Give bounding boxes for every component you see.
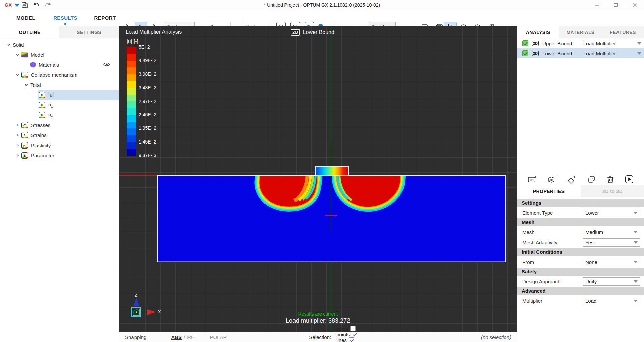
- tab-features[interactable]: FEATURES: [602, 26, 644, 38]
- tab-properties[interactable]: PROPERTIES: [517, 185, 581, 197]
- minimize-button[interactable]: [588, 0, 606, 10]
- vertical-axis-highlight: [331, 140, 331, 231]
- property-row-element-type: Element TypeLower: [517, 208, 644, 217]
- tree-item-label: uy: [48, 112, 53, 118]
- tree-item-plasticity[interactable]: ∫(σ)Plasticity: [0, 140, 119, 150]
- legend-tick-label: 2.46E- 2: [139, 112, 156, 117]
- legend-band: [127, 128, 136, 135]
- viewport-canvas[interactable]: Load Multiplier Analysis 2D Lower Bound …: [119, 26, 517, 332]
- delete-analysis-icon[interactable]: [606, 175, 615, 184]
- snapping-label[interactable]: Snapping: [125, 334, 146, 340]
- clone-analysis-icon[interactable]: [587, 175, 596, 184]
- property-label: From: [522, 259, 583, 265]
- analysis-type-dropdown[interactable]: Load Multiplier: [582, 40, 644, 47]
- ribbon-bar: MODELRESULTSREPORT Total: [0, 10, 644, 26]
- chevron-right-icon[interactable]: [14, 133, 21, 137]
- voids-checkbox[interactable]: [350, 326, 356, 331]
- tree-item-strains[interactable]: εStrains: [0, 130, 119, 140]
- x-axis-arrow-icon: [147, 309, 156, 315]
- rel-toggle[interactable]: REL: [187, 334, 197, 340]
- property-row-mesh: MeshMedium: [517, 227, 644, 237]
- legend-band: [127, 142, 136, 149]
- property-value-dropdown[interactable]: Load: [583, 297, 640, 305]
- chevron-down-icon: [634, 280, 638, 283]
- points-checkbox[interactable]: [352, 332, 357, 337]
- chevron-right-icon[interactable]: [14, 144, 21, 147]
- legend-band: [127, 149, 136, 156]
- chevron-down-icon[interactable]: [14, 73, 21, 77]
- result-sigma-icon: σ: [21, 122, 28, 128]
- outline-panel: OUTLINESETTINGS SolidModelMaterialsuColl…: [0, 26, 119, 342]
- tree-item-u[interactable]: u|u|: [0, 90, 119, 100]
- close-button[interactable]: [625, 0, 644, 10]
- chevron-down-icon[interactable]: [14, 53, 21, 57]
- analysis-row-upper-bound[interactable]: 2DUpper BoundLoad Multiplier: [517, 38, 644, 48]
- result-u-icon: u: [39, 102, 45, 108]
- legend-tick-label: 1.95E- 2: [139, 125, 156, 131]
- run-analysis-icon[interactable]: [625, 175, 634, 184]
- chevron-right-icon[interactable]: [14, 123, 21, 127]
- tab-materials[interactable]: MATERIALS: [559, 26, 601, 38]
- left-panel-tabs: OUTLINESETTINGS: [0, 26, 119, 38]
- tree-item-ux[interactable]: uux: [0, 100, 119, 110]
- property-section-settings: Settings: [517, 199, 644, 207]
- tree-item-uy[interactable]: uuy: [0, 110, 119, 120]
- tree-item-stresses[interactable]: σStresses: [0, 120, 119, 130]
- main-tabs: MODELRESULTSREPORT: [6, 10, 125, 26]
- chevron-down-icon: [634, 241, 638, 244]
- result-parameter-icon: E: [21, 152, 28, 159]
- property-row-design-approach: Design ApproachUnity: [517, 277, 644, 286]
- new-3d-analysis-icon[interactable]: 3D: [547, 175, 557, 184]
- polar-toggle[interactable]: POLAR: [210, 334, 227, 340]
- chevron-right-icon[interactable]: [14, 154, 21, 157]
- tree-item-collapsemechanism[interactable]: uCollapse mechanism: [0, 70, 119, 80]
- property-row-multiplier: MultiplierLoad: [517, 296, 644, 305]
- properties-grid: SettingsElement TypeLowerMeshMeshMediumM…: [517, 199, 644, 306]
- analysis-type-dropdown[interactable]: Load Multiplier: [582, 50, 644, 57]
- maximize-button[interactable]: [606, 0, 625, 10]
- legend-band: [127, 61, 136, 67]
- tree-item-total[interactable]: Total: [0, 80, 119, 90]
- property-value-dropdown[interactable]: Medium: [583, 228, 640, 236]
- property-section-safety: Safety: [517, 268, 644, 276]
- chevron-down-icon: [634, 261, 638, 263]
- chevron-down-icon[interactable]: [5, 43, 12, 47]
- tab-outline[interactable]: OUTLINE: [0, 26, 59, 38]
- legend-tick-label: 4.49E- 2: [139, 58, 156, 63]
- abs-toggle[interactable]: ABS: [171, 334, 182, 340]
- visibility-eye-icon[interactable]: [103, 62, 110, 68]
- tree-item-label: Plasticity: [31, 142, 51, 148]
- axis-triad: Z X Y: [129, 293, 169, 323]
- analysis-name: Upper Bound: [542, 41, 578, 46]
- right-panel-tabs: ANALYSISMATERIALSFEATURES: [517, 26, 644, 38]
- result-u-icon: u: [21, 72, 28, 78]
- analysis-checkbox[interactable]: [522, 40, 528, 46]
- legend-tick-label: 5E- 2: [139, 44, 150, 50]
- main-tab-report[interactable]: REPORT: [85, 10, 125, 26]
- analysis-checkbox[interactable]: [522, 50, 528, 56]
- tree-item-label: Collapse mechanism: [31, 72, 77, 78]
- tree-item-parameter[interactable]: EParameter: [0, 150, 119, 160]
- results-status-text: Results are current: [251, 311, 385, 317]
- new-2d-analysis-icon[interactable]: 2D: [527, 175, 537, 184]
- property-value-dropdown[interactable]: None: [583, 258, 640, 266]
- tab-settings[interactable]: SETTINGS: [59, 26, 119, 38]
- tab-2d-to-3d[interactable]: 2D to 3D: [581, 185, 644, 197]
- main-tab-results[interactable]: RESULTS: [46, 10, 85, 26]
- property-value-dropdown[interactable]: Lower: [583, 209, 640, 217]
- tab-analysis[interactable]: ANALYSIS: [517, 26, 559, 38]
- analysis-row-lower-bound[interactable]: 2DLower BoundLoad Multiplier: [517, 48, 644, 58]
- property-value-dropdown[interactable]: Unity: [583, 277, 640, 286]
- tree-item-model[interactable]: Model: [0, 50, 119, 60]
- main-tab-model[interactable]: MODEL: [6, 10, 46, 26]
- new-stage-icon[interactable]: [567, 175, 577, 184]
- status-bar: Snapping ABS / REL POLAR Selection: void…: [119, 332, 517, 342]
- property-value-dropdown[interactable]: Yes: [583, 238, 640, 247]
- legend-band: [127, 74, 136, 81]
- property-row-from: FromNone: [517, 257, 644, 267]
- chevron-down-icon[interactable]: [23, 83, 30, 87]
- filter-label: lines: [336, 337, 347, 342]
- tree-item-solid[interactable]: Solid: [0, 40, 119, 50]
- tree-item-materials[interactable]: Materials: [0, 60, 119, 70]
- lines-checkbox[interactable]: [349, 337, 354, 342]
